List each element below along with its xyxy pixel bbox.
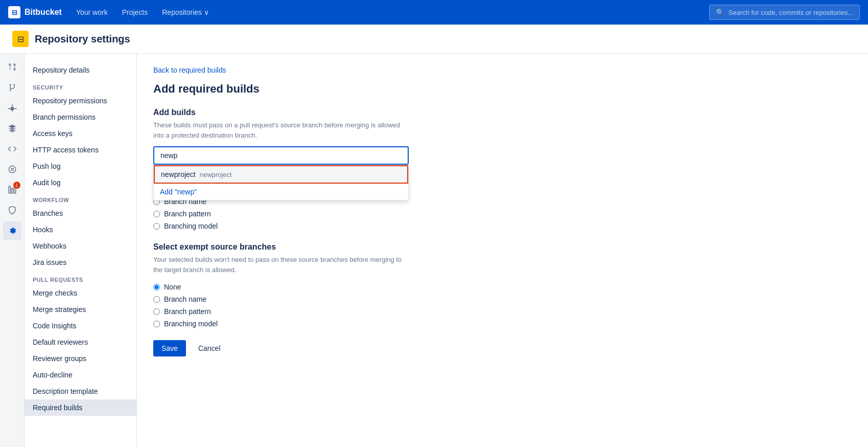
page-title: Repository settings xyxy=(35,33,130,45)
radio-dest-branch-pattern-label: Branch pattern xyxy=(164,210,211,218)
section-label-workflow: WORKFLOW xyxy=(25,191,136,205)
back-link[interactable]: Back to required builds xyxy=(153,66,226,74)
page-header: ⊟ Repository settings xyxy=(0,25,868,54)
sidebar-icon-pull-requests[interactable] xyxy=(3,58,21,76)
topnav-links: Your work Projects Repositories ∨ xyxy=(70,4,215,20)
nav-audit-log[interactable]: Audit log xyxy=(25,174,136,191)
cancel-button[interactable]: Cancel xyxy=(190,340,229,356)
build-search-dropdown: newproject newproject Add "newp" xyxy=(153,165,409,200)
radio-dest-branching-model-label: Branching model xyxy=(164,222,218,230)
exempt-section: Select exempt source branches Your selec… xyxy=(153,242,852,328)
svg-rect-1 xyxy=(9,186,10,193)
exempt-section-description: Your selected builds won't need to pass … xyxy=(153,255,409,275)
sidebar-icon-pipelines[interactable]: 1 xyxy=(3,181,21,199)
radio-exempt-branch-name[interactable]: Branch name xyxy=(153,295,852,303)
main-content: Back to required builds Add required bui… xyxy=(137,54,868,447)
sidebar-icon-source[interactable] xyxy=(3,140,21,158)
logo[interactable]: ⊟ Bitbucket xyxy=(8,6,62,18)
nav-webhooks[interactable]: Webhooks xyxy=(25,238,136,254)
exempt-section-title: Select exempt source branches xyxy=(153,242,852,252)
radio-exempt-branching-model-label: Branching model xyxy=(164,320,218,328)
nav-required-builds[interactable]: Required builds xyxy=(25,399,136,416)
save-button[interactable]: Save xyxy=(153,340,186,356)
section-label-pull-requests: PULL REQUESTS xyxy=(25,271,136,285)
radio-exempt-branch-pattern[interactable]: Branch pattern xyxy=(153,307,852,316)
nav-your-work[interactable]: Your work xyxy=(70,4,114,20)
nav-auto-decline[interactable]: Auto-decline xyxy=(25,367,136,383)
nav-access-keys[interactable]: Access keys xyxy=(25,125,136,142)
nav-projects[interactable]: Projects xyxy=(116,4,154,20)
dropdown-item-add[interactable]: Add "newp" xyxy=(154,184,408,200)
add-builds-description: These builds must pass on a pull request… xyxy=(153,120,409,140)
section-label-security: SECURITY xyxy=(25,78,136,93)
nav-reviewer-groups[interactable]: Reviewer groups xyxy=(25,350,136,367)
nav-description-template[interactable]: Description template xyxy=(25,383,136,399)
nav-merge-strategies[interactable]: Merge strategies xyxy=(25,301,136,318)
sidebar-icon-commits[interactable] xyxy=(3,99,21,117)
pipelines-badge: 1 xyxy=(13,182,20,189)
nav-sidebar: Repository details SECURITY Repository p… xyxy=(25,54,137,447)
radio-exempt-none-label: None xyxy=(164,283,181,291)
nav-push-log[interactable]: Push log xyxy=(25,158,136,174)
sidebar-icon-branches[interactable] xyxy=(3,78,21,97)
logo-text: Bitbucket xyxy=(25,8,62,17)
sidebar-icon-jira[interactable] xyxy=(3,160,21,178)
nav-merge-checks[interactable]: Merge checks xyxy=(25,285,136,301)
destination-branch-radios: Branch name Branch pattern Branching mod… xyxy=(153,197,852,230)
top-navigation: ⊟ Bitbucket Your work Projects Repositor… xyxy=(0,0,868,25)
sidebar-icon-settings[interactable] xyxy=(3,221,21,240)
action-buttons: Save Cancel xyxy=(153,340,852,356)
repo-icon: ⊟ xyxy=(12,31,29,47)
main-layout: 1 Repository details SECURITY Repository… xyxy=(0,54,868,447)
nav-jira-issues[interactable]: Jira issues xyxy=(25,254,136,271)
dropdown-add-label: Add "newp" xyxy=(160,188,197,196)
nav-code-insights[interactable]: Code Insights xyxy=(25,318,136,334)
radio-exempt-branch-name-label: Branch name xyxy=(164,295,206,303)
build-search-input[interactable] xyxy=(153,146,409,165)
build-search-wrapper: newproject newproject Add "newp" xyxy=(153,146,409,165)
radio-dest-branch-pattern[interactable]: Branch pattern xyxy=(153,210,852,218)
svg-rect-2 xyxy=(11,188,13,193)
dropdown-item-newproject[interactable]: newproject newproject xyxy=(154,165,408,184)
nav-repositories[interactable]: Repositories ∨ xyxy=(156,4,215,20)
nav-repo-permissions[interactable]: Repository permissions xyxy=(25,93,136,109)
add-builds-section: Add builds These builds must pass on a p… xyxy=(153,108,852,230)
nav-hooks[interactable]: Hooks xyxy=(25,221,136,238)
nav-default-reviewers[interactable]: Default reviewers xyxy=(25,334,136,350)
add-builds-title: Add builds xyxy=(153,108,852,117)
dropdown-item-name: newproject xyxy=(161,170,196,178)
search-bar[interactable]: 🔍 Search for code, commits or repositori… xyxy=(709,5,860,20)
radio-dest-branching-model[interactable]: Branching model xyxy=(153,222,852,230)
nav-http-access-tokens[interactable]: HTTP access tokens xyxy=(25,142,136,158)
exempt-radios: None Branch name Branch pattern Branchin… xyxy=(153,283,852,328)
search-placeholder: Search for code, commits or repositories… xyxy=(729,9,853,16)
nav-branch-permissions[interactable]: Branch permissions xyxy=(25,109,136,125)
nav-branches[interactable]: Branches xyxy=(25,205,136,221)
radio-exempt-branching-model[interactable]: Branching model xyxy=(153,320,852,328)
radio-exempt-none[interactable]: None xyxy=(153,283,852,291)
nav-repo-details[interactable]: Repository details xyxy=(25,62,136,78)
logo-icon: ⊟ xyxy=(8,6,20,18)
sidebar-icon-security[interactable] xyxy=(3,201,21,219)
radio-exempt-branch-pattern-label: Branch pattern xyxy=(164,307,211,316)
icon-sidebar: 1 xyxy=(0,54,25,447)
sidebar-icon-deployments[interactable] xyxy=(3,119,21,138)
dropdown-item-sub: newproject xyxy=(200,171,232,178)
search-icon: 🔍 xyxy=(716,8,724,16)
add-required-builds-title: Add required builds xyxy=(153,82,852,96)
